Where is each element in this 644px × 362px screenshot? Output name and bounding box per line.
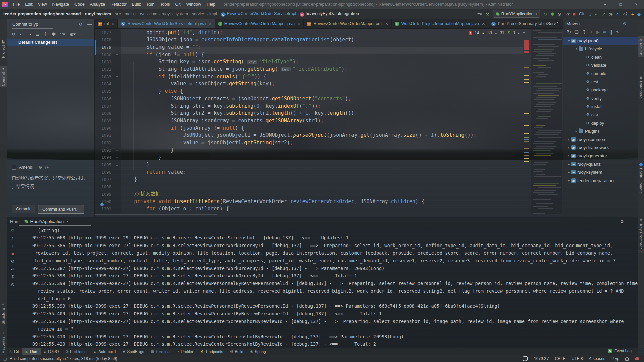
tool-button-maven[interactable]: m Maven xyxy=(638,36,644,57)
menu-analyze[interactable]: Analyze xyxy=(88,1,107,7)
commit-and-push-button[interactable]: Commit and Push... xyxy=(38,205,84,214)
maven-run-icon[interactable]: ▶ xyxy=(596,29,600,35)
maven-profiles-icon[interactable]: ∥ xyxy=(610,29,613,35)
debug-button[interactable]: ✱ xyxy=(551,12,554,17)
coverage-button[interactable]: ⊙ xyxy=(558,12,561,17)
tool-window-button-todo[interactable]: ≡TODO xyxy=(41,348,62,355)
menu-edit[interactable]: Edit xyxy=(23,1,35,7)
tool-button-key-promoter[interactable]: ⚙ Key Promoter X xyxy=(638,219,644,253)
tab-close-icon[interactable]: ✕ xyxy=(297,22,300,26)
commit-options-gear-icon[interactable]: ⚙ xyxy=(39,165,42,170)
shelve-icon[interactable]: ⇩ xyxy=(44,31,48,37)
jump-icon[interactable]: ⇢ xyxy=(28,31,31,37)
menu-code[interactable]: Code xyxy=(72,1,87,7)
event-log-button[interactable]: S Event Log xyxy=(608,349,632,353)
menu-refactor[interactable]: Refactor xyxy=(108,1,129,7)
stripe-mark[interactable] xyxy=(524,79,529,80)
run-hide-icon[interactable]: — xyxy=(629,219,638,224)
breadcrumb-class[interactable]: CReviewCenterWorkOrderServiceImpl xyxy=(221,11,296,17)
maven-item-install[interactable]: ⚙install xyxy=(563,102,638,110)
tool-button-structure[interactable]: ≋ Structure xyxy=(0,303,7,324)
prev-problem-icon[interactable]: ▲ xyxy=(517,31,520,35)
tree-chevron-icon[interactable]: ▾ xyxy=(566,39,571,42)
maven-item-compile[interactable]: ⚙compile xyxy=(563,69,638,78)
maven-refresh-icon[interactable]: ↻ xyxy=(567,29,571,35)
menu-window[interactable]: Window xyxy=(184,1,203,7)
tool-button-project[interactable]: ▙ Project xyxy=(0,40,7,58)
git-push-icon[interactable]: ↗ xyxy=(602,12,605,17)
maven-item-clean[interactable]: ⚙clean xyxy=(563,53,638,61)
commit-button[interactable]: Commit xyxy=(12,205,35,213)
editor-tab[interactable]: </>ReviewCenterWorkOrderMapper.xml✕ xyxy=(304,19,391,28)
maven-item-package[interactable]: ⚙package xyxy=(563,86,638,94)
stripe-mark[interactable] xyxy=(524,161,529,162)
breadcrumb-item[interactable]: main xyxy=(125,12,134,16)
hide-icon[interactable]: — xyxy=(87,22,92,27)
maven-item-tender-preparation[interactable]: ▸mtender-preparation xyxy=(563,176,638,185)
line-separator[interactable]: CRLF xyxy=(555,356,565,361)
maven-item-deploy[interactable]: ⚙deploy xyxy=(563,119,638,127)
tree-chevron-icon[interactable]: ▸ xyxy=(566,171,571,174)
tool-button-favorites[interactable]: ☆ Favorites xyxy=(0,331,7,353)
commit-history-icon[interactable]: ◷ xyxy=(45,165,49,170)
search-everywhere-icon[interactable]: ○⌇ xyxy=(623,12,628,17)
maven-item-ruoyi-root-[interactable]: ▾mruoyi (root) xyxy=(563,37,638,45)
tool-button-commit[interactable]: ◈ Commit xyxy=(0,66,7,87)
maven-sources-icon[interactable]: ▤ xyxy=(575,29,579,35)
gear-icon[interactable]: ⚙ xyxy=(79,22,83,27)
changelist-row[interactable]: Default Changelist xyxy=(7,39,94,46)
menu-file[interactable]: File xyxy=(10,1,22,7)
editor-tab[interactable]: </>ml✕ xyxy=(95,19,118,28)
stripe-mark[interactable] xyxy=(524,139,529,140)
tree-chevron-icon[interactable]: ▸ xyxy=(574,129,579,133)
undo-icon[interactable]: ↶ xyxy=(20,31,23,37)
stripe-mark[interactable] xyxy=(524,125,529,126)
build-hammer-icon[interactable]: ⚒ xyxy=(486,12,490,17)
tool-window-button-terminal[interactable]: ▤Terminal xyxy=(147,348,174,355)
maven-item-ruoyi-system[interactable]: ▸mruoyi-system xyxy=(563,168,638,176)
stripe-mark[interactable] xyxy=(524,113,529,114)
maven-item-verify[interactable]: ⚙verify xyxy=(563,94,638,102)
close-button[interactable]: × xyxy=(628,0,644,9)
profiler-button[interactable]: ◔▾ xyxy=(565,12,570,17)
tool-button-database[interactable]: ⛁ Database xyxy=(638,76,644,99)
eye-icon[interactable]: ◉▾ xyxy=(69,31,76,37)
stripe-mark[interactable] xyxy=(524,40,529,50)
run-configuration-select[interactable]: RuoYiApplication▾ xyxy=(493,10,540,18)
maven-item-ruoyi-framework[interactable]: ▸mruoyi-framework xyxy=(563,144,638,152)
breadcrumb-item[interactable]: src xyxy=(115,12,121,16)
indent-style[interactable]: 4 spaces xyxy=(589,356,605,361)
run-button[interactable]: ↻ xyxy=(543,12,547,17)
menu-git[interactable]: Git xyxy=(173,1,183,7)
console-output[interactable]: (String)09:12:55.068 [http-nio-9999-exec… xyxy=(7,226,638,348)
menu-help[interactable]: Help xyxy=(204,1,218,7)
more-icon[interactable]: » xyxy=(80,31,82,37)
breadcrumb-item[interactable]: java xyxy=(138,12,146,16)
notification-badge[interactable] xyxy=(635,357,639,360)
stripe-mark[interactable] xyxy=(524,155,529,156)
stripe-mark[interactable] xyxy=(524,152,529,153)
code-minimap[interactable] xyxy=(531,29,562,214)
maven-item-ruoyi-common[interactable]: ▸mruoyi-common xyxy=(563,135,638,144)
maven-hide-icon[interactable]: — xyxy=(631,21,635,26)
tool-window-button-spring[interactable]: ❀Spring xyxy=(247,348,270,355)
breadcrumb-item[interactable]: tender-preparation-springboot-second xyxy=(3,12,81,16)
maven-item-test[interactable]: ⚙test xyxy=(563,78,638,86)
tree-chevron-icon[interactable]: ▸ xyxy=(566,154,571,157)
maven-gear-icon[interactable]: ⚙ xyxy=(623,21,627,26)
breadcrumb-item[interactable]: service xyxy=(192,12,206,16)
stripe-mark[interactable] xyxy=(524,148,529,149)
tree-chevron-icon[interactable]: ▾ xyxy=(574,47,579,50)
stripe-mark[interactable] xyxy=(524,137,529,138)
highlight-icon[interactable]: ✱ xyxy=(52,31,56,37)
error-stripe[interactable] xyxy=(523,29,531,214)
changelist-icon[interactable]: ≣ xyxy=(36,31,40,37)
stripe-mark[interactable] xyxy=(524,133,529,134)
run-tab-label[interactable]: RuoYiApplication xyxy=(30,219,64,224)
maven-add-icon[interactable]: + xyxy=(590,29,593,35)
maven-item-ruoyi-quartz[interactable]: ▸mruoyi-quartz xyxy=(563,160,638,168)
tab-close-icon[interactable]: ✕ xyxy=(209,22,212,26)
stripe-mark[interactable] xyxy=(524,158,529,159)
tool-window-button-run[interactable]: ▶Run xyxy=(22,348,41,355)
tool-window-button-problems[interactable]: ⊘Problems xyxy=(62,348,90,355)
